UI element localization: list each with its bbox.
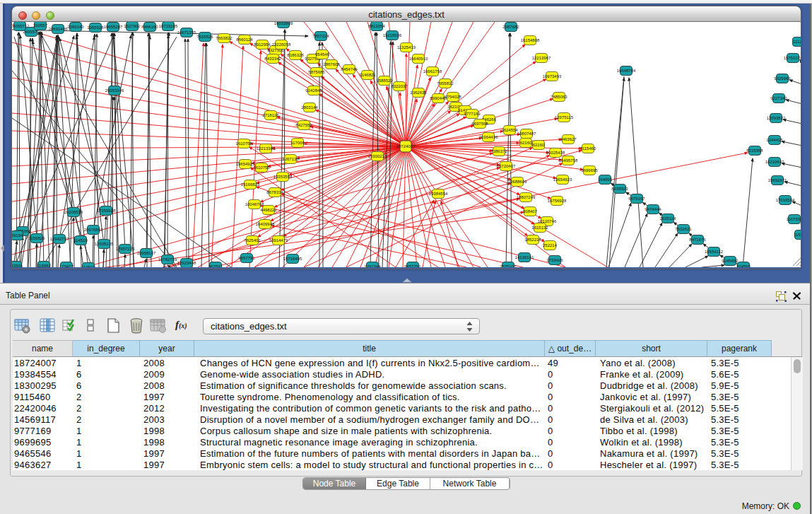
svg-text:7625402: 7625402 bbox=[244, 238, 261, 243]
svg-text:11124: 11124 bbox=[793, 40, 801, 44]
svg-text:10654112: 10654112 bbox=[705, 250, 724, 254]
svg-text:19218506: 19218506 bbox=[383, 33, 402, 37]
svg-text:13654923: 13654923 bbox=[553, 177, 572, 182]
svg-text:16756928: 16756928 bbox=[548, 199, 567, 203]
svg-text:1065528: 1065528 bbox=[87, 25, 104, 30]
svg-text:16210643: 16210643 bbox=[765, 160, 784, 164]
svg-text:20364436: 20364436 bbox=[479, 135, 498, 139]
svg-text:62160: 62160 bbox=[520, 141, 532, 145]
svg-text:9657791: 9657791 bbox=[238, 256, 255, 260]
svg-text:2405571: 2405571 bbox=[23, 30, 40, 34]
svg-text:954546: 954546 bbox=[315, 52, 330, 57]
svg-text:8427552: 8427552 bbox=[295, 123, 312, 127]
svg-text:20206536: 20206536 bbox=[64, 210, 83, 214]
svg-text:129427: 129427 bbox=[59, 264, 74, 267]
svg-text:908407: 908407 bbox=[523, 209, 538, 214]
svg-text:2069140: 2069140 bbox=[67, 25, 84, 29]
svg-text:8433342: 8433342 bbox=[264, 57, 281, 61]
svg-text:12213383: 12213383 bbox=[257, 146, 276, 151]
svg-text:15300215: 15300215 bbox=[368, 154, 387, 158]
svg-text:16782759: 16782759 bbox=[158, 257, 177, 262]
svg-text:12213967: 12213967 bbox=[532, 56, 551, 60]
svg-text:8215958: 8215958 bbox=[746, 148, 763, 153]
svg-text:1156829: 1156829 bbox=[29, 236, 46, 240]
svg-text:117006: 117006 bbox=[290, 141, 305, 145]
svg-text:330557: 330557 bbox=[33, 23, 48, 28]
svg-text:17957225: 17957225 bbox=[116, 247, 135, 251]
svg-text:20975867: 20975867 bbox=[84, 228, 103, 232]
svg-text:10807487: 10807487 bbox=[517, 132, 536, 136]
svg-text:10655287: 10655287 bbox=[104, 25, 123, 29]
svg-text:8186328: 8186328 bbox=[287, 53, 304, 57]
svg-text:967591: 967591 bbox=[208, 264, 223, 267]
svg-text:924565: 924565 bbox=[736, 264, 751, 267]
svg-text:10973493: 10973493 bbox=[543, 74, 562, 78]
svg-text:7955812: 7955812 bbox=[437, 81, 454, 86]
svg-text:16961758: 16961758 bbox=[423, 69, 442, 74]
svg-text:7485063: 7485063 bbox=[551, 95, 567, 99]
svg-text:6794028: 6794028 bbox=[445, 95, 461, 99]
svg-text:1167534: 1167534 bbox=[787, 217, 801, 221]
svg-text:16409948: 16409948 bbox=[256, 222, 275, 226]
svg-text:12505135: 12505135 bbox=[95, 242, 114, 246]
svg-text:7386372: 7386372 bbox=[490, 149, 507, 153]
svg-text:164095: 164095 bbox=[598, 177, 613, 182]
svg-text:20691406: 20691406 bbox=[49, 27, 68, 31]
svg-text:12093822: 12093822 bbox=[767, 116, 786, 120]
svg-text:115682: 115682 bbox=[37, 264, 51, 267]
svg-text:17359928: 17359928 bbox=[97, 209, 116, 213]
svg-text:9657791: 9657791 bbox=[404, 264, 421, 267]
svg-text:1610755: 1610755 bbox=[253, 165, 270, 170]
svg-text:5875685: 5875685 bbox=[308, 70, 325, 74]
svg-text:11325419: 11325419 bbox=[397, 45, 416, 49]
svg-text:7632621: 7632621 bbox=[675, 227, 692, 231]
svg-text:6697568: 6697568 bbox=[471, 122, 488, 126]
svg-text:10025438: 10025438 bbox=[546, 151, 565, 155]
svg-text:3267130: 3267130 bbox=[282, 157, 299, 161]
svg-text:16495758: 16495758 bbox=[559, 158, 578, 163]
svg-text:10914479: 10914479 bbox=[269, 238, 288, 243]
svg-text:1588520: 1588520 bbox=[376, 78, 393, 83]
svg-text:10719185: 10719185 bbox=[159, 24, 178, 28]
svg-text:17016504: 17016504 bbox=[776, 198, 795, 202]
svg-text:1244415: 1244415 bbox=[766, 138, 783, 142]
svg-text:18807249: 18807249 bbox=[517, 195, 536, 199]
svg-text:116753: 116753 bbox=[794, 233, 801, 237]
svg-text:4498222: 4498222 bbox=[260, 208, 277, 212]
svg-text:114519: 114519 bbox=[81, 265, 95, 267]
svg-text:6699695: 6699695 bbox=[581, 168, 598, 173]
svg-text:23226058: 23226058 bbox=[272, 42, 291, 47]
svg-text:29053346: 29053346 bbox=[105, 88, 124, 93]
svg-text:9245652: 9245652 bbox=[722, 259, 739, 263]
svg-text:1615132: 1615132 bbox=[531, 226, 548, 230]
svg-text:16154808: 16154808 bbox=[521, 38, 540, 42]
svg-text:8912954: 8912954 bbox=[254, 42, 271, 47]
svg-text:8938923: 8938923 bbox=[611, 187, 628, 191]
svg-text:1575107: 1575107 bbox=[500, 264, 517, 267]
svg-text:1362635: 1362635 bbox=[410, 90, 427, 95]
svg-text:8678334: 8678334 bbox=[266, 190, 283, 194]
svg-text:1852214: 1852214 bbox=[524, 238, 541, 242]
svg-text:7663822: 7663822 bbox=[216, 36, 233, 40]
svg-text:1624554: 1624554 bbox=[501, 128, 518, 132]
svg-text:9242848: 9242848 bbox=[305, 88, 322, 93]
svg-text:2935114: 2935114 bbox=[660, 216, 677, 221]
svg-text:16648784: 16648784 bbox=[617, 69, 636, 73]
svg-text:9463627: 9463627 bbox=[560, 137, 577, 141]
svg-text:2087682: 2087682 bbox=[502, 25, 519, 29]
svg-text:9227342: 9227342 bbox=[770, 96, 787, 100]
svg-text:9329966: 9329966 bbox=[774, 76, 791, 81]
svg-text:15692971: 15692971 bbox=[768, 178, 787, 182]
svg-text:16033809: 16033809 bbox=[274, 22, 293, 25]
svg-text:12942737: 12942737 bbox=[50, 237, 69, 241]
svg-text:16671355: 16671355 bbox=[177, 30, 196, 35]
svg-text:8454749: 8454749 bbox=[341, 67, 358, 71]
svg-text:9474444: 9474444 bbox=[645, 207, 661, 211]
svg-text:15716485: 15716485 bbox=[283, 257, 302, 261]
svg-text:62160: 62160 bbox=[533, 143, 545, 147]
svg-text:8471676: 8471676 bbox=[689, 238, 706, 242]
svg-text:10958107: 10958107 bbox=[137, 251, 156, 255]
svg-text:12923448: 12923448 bbox=[177, 261, 196, 265]
svg-text:8660124: 8660124 bbox=[236, 37, 253, 42]
svg-text:1292344: 1292344 bbox=[364, 264, 381, 267]
